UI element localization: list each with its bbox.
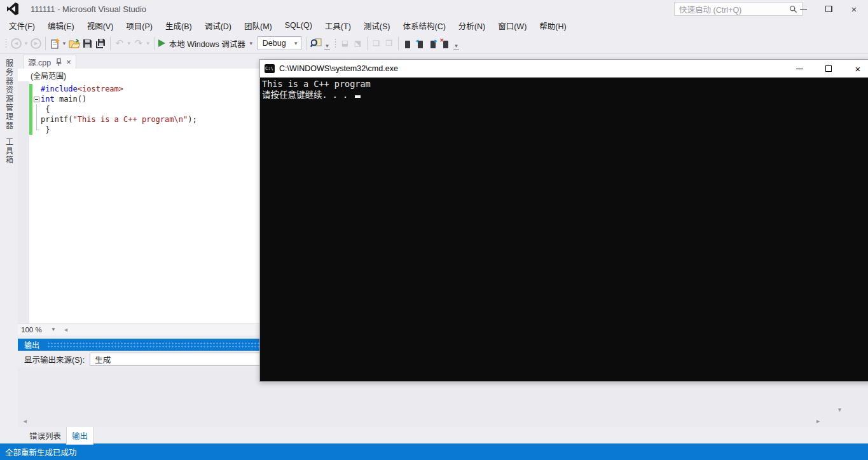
comment-button[interactable]: ❏ (370, 36, 383, 51)
sidebar-tab-toolbox[interactable]: 工具箱 (4, 135, 15, 167)
find-in-files-icon (310, 38, 322, 48)
toolbar-separator (110, 37, 111, 50)
close-button[interactable]: × (841, 0, 867, 18)
save-all-icon (95, 38, 106, 48)
scroll-down-icon[interactable]: ▼ (837, 407, 843, 413)
cmd-console-window[interactable]: C:\ C:\WINDOWS\system32\cmd.exe × This i… (259, 59, 868, 382)
console-title-bar[interactable]: C:\ C:\WINDOWS\system32\cmd.exe × (260, 60, 868, 78)
previous-bookmark-button[interactable]: ◄ (414, 36, 427, 51)
navigate-forward-button[interactable]: ► (29, 36, 43, 51)
document-tab[interactable]: 源.cpp × (23, 55, 76, 69)
redo-dropdown[interactable]: ▼ (146, 41, 151, 46)
find-in-files-button[interactable] (309, 36, 323, 51)
code-text: { (41, 104, 50, 114)
clear-bookmarks-button[interactable]: ✕ (439, 36, 452, 51)
zoom-level-value: 100 % (21, 326, 42, 334)
redo-button[interactable]: ↷ (132, 36, 145, 51)
console-close-button[interactable]: × (843, 60, 868, 78)
scope-dropdown[interactable]: (全局范围) (31, 70, 66, 81)
navigate-backward-icon: ◄ (11, 38, 22, 49)
outline-margin (32, 104, 41, 114)
visual-studio-logo-icon (6, 3, 23, 15)
output-source-combo[interactable]: 生成 (90, 353, 263, 366)
navigate-backward-dropdown[interactable]: ▼ (24, 41, 29, 46)
indent-decrease-icon: ⬓ (341, 39, 348, 48)
collapse-box-icon[interactable] (34, 97, 39, 102)
toolbar-drag-grip[interactable] (334, 38, 337, 49)
menu-item-sql[interactable]: SQL(Q) (279, 18, 319, 32)
status-bar: 全部重新生成已成功 (0, 443, 868, 460)
redo-icon: ↷ (134, 37, 142, 49)
pin-tab-icon[interactable] (56, 58, 62, 66)
next-bookmark-button[interactable]: ► (427, 36, 439, 51)
toolbar-overflow-button[interactable]: ▼ (452, 36, 461, 50)
menu-item-build[interactable]: 生成(B) (159, 17, 198, 34)
undo-dropdown[interactable]: ▼ (127, 41, 132, 46)
minimize-button[interactable] (790, 0, 816, 18)
menu-item-file[interactable]: 文件(F) (3, 17, 41, 34)
menu-item-edit[interactable]: 编辑(E) (41, 17, 81, 34)
scroll-left-icon[interactable]: ◄ (60, 327, 72, 333)
menu-item-project[interactable]: 项目(P) (120, 17, 159, 34)
configuration-dropdown[interactable]: ▼ (291, 37, 301, 50)
console-output[interactable]: This is a C++ program 请按任意键继续. . . (260, 78, 868, 381)
console-line: 请按任意键继续. . . (262, 90, 868, 100)
outline-margin (32, 84, 41, 94)
zoom-level-dropdown[interactable]: 100 % ▼ (18, 326, 60, 334)
toolbar-separator (306, 37, 307, 50)
toolbar-drag-grip[interactable] (4, 38, 8, 49)
new-item-dropdown[interactable]: ▼ (62, 41, 67, 46)
open-file-button[interactable] (67, 36, 81, 51)
document-tab-label: 源.cpp (28, 56, 51, 68)
configuration-value: Debug (258, 39, 291, 48)
quick-launch-input[interactable]: 快速启动 (Ctrl+Q) (674, 2, 803, 16)
menu-item-architecture[interactable]: 体系结构(C) (396, 17, 451, 34)
console-window-controls: × (785, 60, 868, 78)
menu-item-help[interactable]: 帮助(H) (533, 17, 572, 34)
undo-button[interactable]: ↶ (113, 36, 126, 51)
navigate-backward-button[interactable]: ◄ (10, 36, 23, 51)
sidebar-tab-server-explorer[interactable]: 服务器资源管理器 (4, 57, 15, 133)
new-item-icon (50, 38, 60, 49)
menu-item-window[interactable]: 窗口(W) (492, 17, 533, 34)
menu-item-tools[interactable]: 工具(T) (319, 17, 357, 34)
menu-item-team[interactable]: 团队(M) (238, 17, 279, 34)
code-text: printf("This is a C++ program\n"); (41, 114, 197, 125)
new-item-button[interactable] (48, 36, 61, 51)
close-tab-icon[interactable]: × (66, 58, 71, 66)
scroll-left-icon[interactable]: ◄ (22, 418, 28, 424)
menu-bar: 文件(F) 编辑(E) 视图(V) 项目(P) 生成(B) 调试(D) 团队(M… (0, 18, 868, 33)
console-maximize-button[interactable] (814, 60, 843, 78)
solution-configuration-combo[interactable]: Debug ▼ (258, 36, 301, 50)
save-button[interactable] (81, 36, 94, 51)
indent-increase-button[interactable]: ⬔ (352, 36, 364, 51)
window-controls: × (790, 0, 867, 18)
uncomment-icon: ❐ (385, 39, 392, 48)
tab-error-list[interactable]: 错误列表 (24, 427, 66, 444)
restore-button[interactable] (816, 0, 841, 18)
debug-target-dropdown[interactable]: ▼ (249, 41, 254, 46)
zoom-dropdown-caret: ▼ (51, 327, 56, 332)
tab-output[interactable]: 输出 (66, 426, 93, 445)
scroll-right-icon[interactable]: ► (815, 418, 821, 424)
menu-item-analyze[interactable]: 分析(N) (452, 17, 492, 34)
menu-item-debug[interactable]: 调试(D) (198, 17, 238, 34)
toolbar-overflow-button[interactable]: ▼ (323, 36, 332, 50)
start-debug-button[interactable]: 本地 Windows 调试器 ▼ (157, 36, 256, 51)
uncomment-button[interactable]: ❐ (383, 36, 396, 51)
menu-item-test[interactable]: 测试(S) (357, 17, 397, 34)
start-debug-icon (158, 39, 165, 47)
save-all-button[interactable] (94, 36, 107, 51)
breakpoint-margin[interactable] (18, 81, 29, 323)
undo-icon: ↶ (116, 37, 124, 49)
toggle-bookmark-button[interactable] (401, 36, 414, 51)
console-title: C:\WINDOWS\system32\cmd.exe (279, 64, 398, 73)
menu-item-view[interactable]: 视图(V) (81, 17, 120, 34)
bookmark-icon (405, 41, 410, 48)
console-minimize-button[interactable] (785, 60, 814, 78)
toolbar-separator (367, 37, 368, 50)
navigate-forward-icon: ► (31, 38, 41, 49)
open-file-icon (69, 39, 80, 48)
indent-decrease-button[interactable]: ⬓ (339, 36, 352, 51)
outline-margin[interactable] (32, 94, 41, 104)
